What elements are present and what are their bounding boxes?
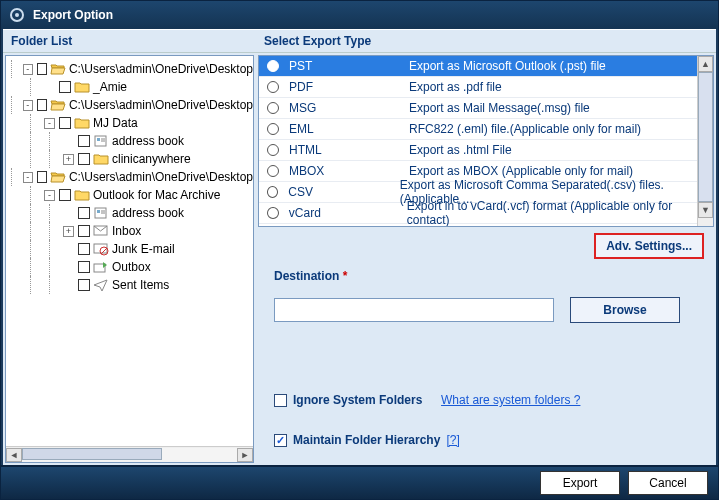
format-desc: Export as Mail Message(.msg) file	[409, 101, 590, 115]
export-type-row[interactable]: MSGExport as Mail Message(.msg) file	[259, 98, 713, 119]
tree-checkbox[interactable]	[78, 261, 90, 273]
tree-checkbox[interactable]	[78, 225, 90, 237]
format-desc: RFC822 (.eml) file.(Applicable only for …	[409, 122, 641, 136]
tree-item[interactable]: +clinicanywhere	[6, 150, 253, 168]
folder-yellow-icon	[74, 116, 90, 130]
export-button[interactable]: Export	[540, 471, 620, 495]
tree-checkbox[interactable]	[78, 279, 90, 291]
svg-point-1	[15, 13, 19, 17]
dialog-footer: Export Cancel	[1, 465, 718, 499]
folder-open-icon	[50, 98, 66, 112]
inbox-icon	[93, 224, 109, 238]
tree-label: clinicanywhere	[112, 152, 191, 166]
outbox-icon	[93, 260, 109, 274]
junk-icon	[93, 242, 109, 256]
tree-toggle-icon[interactable]: -	[44, 118, 55, 129]
tree-item[interactable]: Junk E-mail	[6, 240, 253, 258]
folder-yellow-icon	[74, 188, 90, 202]
tree-label: address book	[112, 134, 184, 148]
tree-checkbox[interactable]	[78, 207, 90, 219]
radio-icon[interactable]	[267, 165, 279, 177]
format-desc: Export as .pdf file	[409, 80, 502, 94]
tree-item[interactable]: -C:\Users\admin\OneDrive\Desktop	[6, 168, 253, 186]
scroll-thumb[interactable]	[698, 72, 713, 202]
address-icon	[93, 206, 109, 220]
tree-checkbox[interactable]	[59, 117, 71, 129]
tree-checkbox[interactable]	[37, 171, 47, 183]
tree-item[interactable]: address book	[6, 132, 253, 150]
tree-item[interactable]: _Amie	[6, 78, 253, 96]
tree-item[interactable]: +Inbox	[6, 222, 253, 240]
maintain-hierarchy-label: Maintain Folder Hierarchy	[293, 433, 440, 447]
folder-open-icon	[50, 170, 66, 184]
ignore-system-checkbox[interactable]	[274, 394, 287, 407]
format-code: HTML	[289, 143, 409, 157]
export-type-row[interactable]: HTMLExport as .html File	[259, 140, 713, 161]
svg-rect-3	[97, 138, 100, 141]
tree-label: Sent Items	[112, 278, 169, 292]
export-type-header: Select Export Type	[256, 29, 716, 53]
system-folders-link[interactable]: What are system folders ?	[441, 393, 580, 407]
scroll-thumb[interactable]	[22, 448, 162, 460]
tree-item[interactable]: -C:\Users\admin\OneDrive\Desktop	[6, 96, 253, 114]
scroll-left-icon[interactable]: ◄	[6, 448, 22, 462]
destination-input[interactable]	[274, 298, 554, 322]
tree-checkbox[interactable]	[78, 243, 90, 255]
tree-toggle-icon[interactable]: -	[44, 190, 55, 201]
format-code: vCard	[289, 206, 407, 220]
address-icon	[93, 134, 109, 148]
tree-toggle-icon[interactable]: +	[63, 154, 74, 165]
radio-icon[interactable]	[267, 123, 279, 135]
scroll-right-icon[interactable]: ►	[237, 448, 253, 462]
export-type-row[interactable]: PSTExport as Microsoft Outlook (.pst) fi…	[259, 56, 713, 77]
folder-tree[interactable]: -C:\Users\admin\OneDrive\Desktop_Amie-C:…	[5, 55, 254, 463]
ignore-system-label: Ignore System Folders	[293, 393, 422, 407]
export-type-row[interactable]: vCardExport in to vCard(.vcf) format (Ap…	[259, 203, 713, 224]
tree-label: address book	[112, 206, 184, 220]
hierarchy-help-link[interactable]: [?]	[446, 433, 459, 447]
radio-icon[interactable]	[267, 102, 279, 114]
maintain-hierarchy-checkbox[interactable]	[274, 434, 287, 447]
tree-item[interactable]: Sent Items	[6, 276, 253, 294]
cancel-button[interactable]: Cancel	[628, 471, 708, 495]
format-desc: Export as Microsoft Outlook (.pst) file	[409, 59, 606, 73]
tree-toggle-icon[interactable]: +	[63, 226, 74, 237]
tree-checkbox[interactable]	[37, 63, 47, 75]
export-type-row[interactable]: EMLRFC822 (.eml) file.(Applicable only f…	[259, 119, 713, 140]
format-code: EML	[289, 122, 409, 136]
tree-label: MJ Data	[93, 116, 138, 130]
horizontal-scrollbar[interactable]: ◄ ►	[6, 446, 253, 462]
tree-item[interactable]: Outbox	[6, 258, 253, 276]
tree-item[interactable]: -MJ Data	[6, 114, 253, 132]
tree-checkbox[interactable]	[59, 189, 71, 201]
adv-settings-button[interactable]: Adv. Settings...	[594, 233, 704, 259]
tree-label: C:\Users\admin\OneDrive\Desktop	[69, 62, 253, 76]
browse-button[interactable]: Browse	[570, 297, 680, 323]
scroll-up-icon[interactable]: ▲	[698, 56, 713, 72]
radio-icon[interactable]	[267, 81, 279, 93]
format-code: MBOX	[289, 164, 409, 178]
vertical-scrollbar[interactable]: ▲ ▼	[697, 56, 713, 226]
gear-icon	[9, 7, 25, 23]
format-code: PDF	[289, 80, 409, 94]
tree-checkbox[interactable]	[78, 135, 90, 147]
scroll-down-icon[interactable]: ▼	[698, 202, 713, 218]
tree-checkbox[interactable]	[78, 153, 90, 165]
tree-checkbox[interactable]	[59, 81, 71, 93]
tree-toggle-icon[interactable]: -	[23, 64, 33, 75]
radio-icon[interactable]	[267, 186, 278, 198]
format-code: MSG	[289, 101, 409, 115]
tree-item[interactable]: address book	[6, 204, 253, 222]
tree-checkbox[interactable]	[37, 99, 47, 111]
radio-icon[interactable]	[267, 207, 279, 219]
format-desc: Export as .html File	[409, 143, 512, 157]
radio-icon[interactable]	[267, 144, 279, 156]
export-option-dialog: Export Option Folder List -C:\Users\admi…	[0, 0, 719, 500]
export-type-row[interactable]: PDFExport as .pdf file	[259, 77, 713, 98]
tree-toggle-icon[interactable]: -	[23, 172, 33, 183]
tree-toggle-icon[interactable]: -	[23, 100, 33, 111]
radio-icon[interactable]	[267, 60, 279, 72]
format-desc: Export as MBOX (Applicable only for mail…	[409, 164, 633, 178]
tree-item[interactable]: -C:\Users\admin\OneDrive\Desktop	[6, 60, 253, 78]
tree-item[interactable]: -Outlook for Mac Archive	[6, 186, 253, 204]
